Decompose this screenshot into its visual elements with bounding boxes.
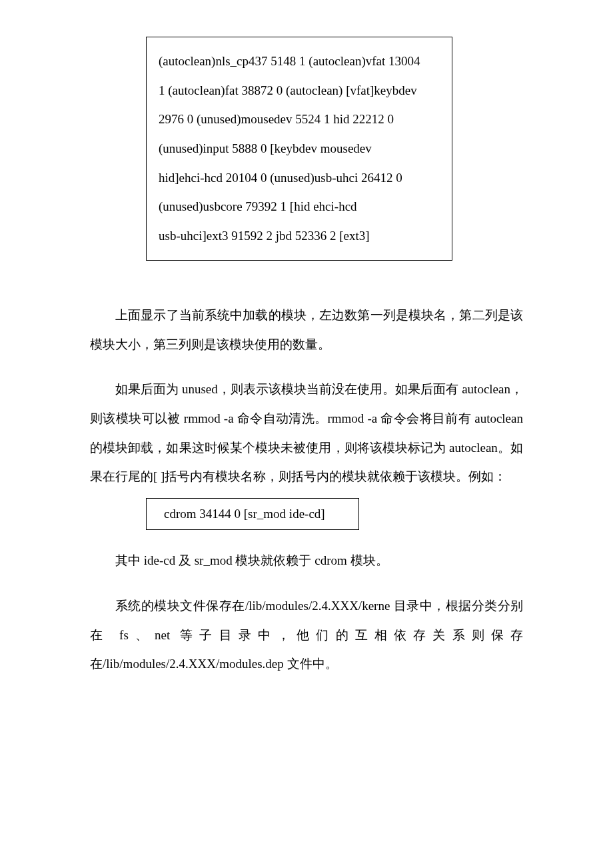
code-block-cdrom-example: cdrom 34144 0 [sr_mod ide-cd]	[146, 498, 359, 530]
code-line: (unused)input 5888 0 [keybdev mousedev	[159, 134, 440, 163]
paragraph-module-columns: 上面显示了当前系统中加载的模块，左边数第一列是模块名，第二列是该模块大小，第三列…	[90, 301, 523, 359]
code-line: hid]ehci-hcd 20104 0 (unused)usb-uhci 26…	[159, 163, 440, 193]
code-line: 1 (autoclean)fat 38872 0 (autoclean) [vf…	[159, 76, 440, 105]
document-page: (autoclean)nls_cp437 5148 1 (autoclean)v…	[0, 0, 613, 868]
code-line: (unused)usbcore 79392 1 [hid ehci-hcd	[159, 192, 440, 221]
paragraph-module-files: 系统的模块文件保存在/lib/modules/2.4.XXX/kerne 目录中…	[90, 591, 523, 679]
paragraph-unused-autoclean: 如果后面为 unused，则表示该模块当前没在使用。如果后面有 autoclea…	[90, 375, 523, 491]
code-line: 2976 0 (unused)mousedev 5524 1 hid 22212…	[159, 105, 440, 134]
code-line: cdrom 34144 0 [sr_mod ide-cd]	[164, 504, 341, 524]
paragraph-depends-cdrom: 其中 ide-cd 及 sr_mod 模块就依赖于 cdrom 模块。	[90, 546, 523, 575]
code-line: usb-uhci]ext3 91592 2 jbd 52336 2 [ext3]	[159, 221, 440, 251]
code-block-lsmod-output: (autoclean)nls_cp437 5148 1 (autoclean)v…	[146, 37, 452, 261]
code-line: (autoclean)nls_cp437 5148 1 (autoclean)v…	[159, 47, 440, 76]
